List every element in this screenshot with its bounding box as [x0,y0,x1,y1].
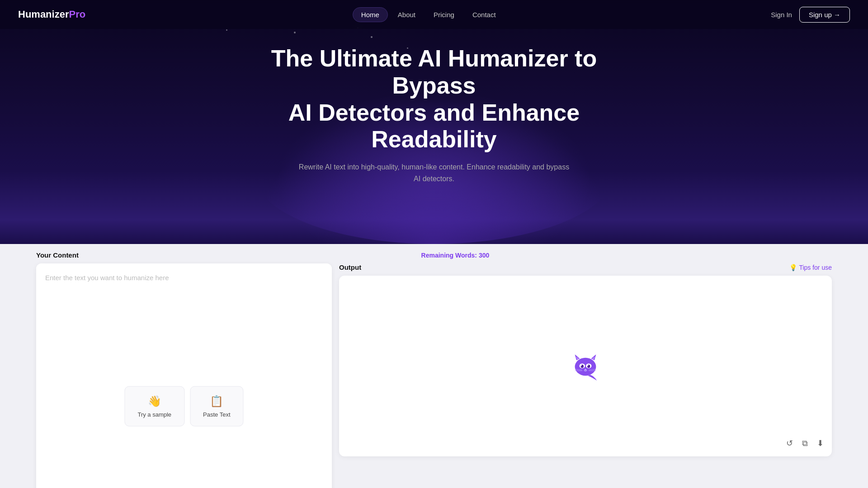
logo: HumanizerPro [18,9,85,20]
hero-title-line1: The Ultimate AI Humanizer to Bypass [271,45,597,99]
svg-point-9 [581,365,582,366]
logo-humanizer-text: Humanizer [18,9,69,20]
refresh-icon: ↺ [786,439,793,448]
editor-wrapper: Your Content Remaining Words: 300 👋 Try … [0,244,868,488]
sample-icon: 👋 [148,395,161,408]
nav-contact[interactable]: Contact [464,8,504,22]
sample-paste-buttons: 👋 Try a sample 📋 Paste Text [115,382,252,431]
nav-about[interactable]: About [390,8,424,22]
hero-title: The Ultimate AI Humanizer to Bypass AI D… [258,45,610,153]
sign-in-button[interactable]: Sign In [771,11,792,19]
content-input[interactable] [36,263,332,488]
svg-point-11 [585,369,587,371]
navbar: HumanizerPro Home About Pricing Contact … [0,0,868,29]
copy-icon: ⧉ [802,439,808,448]
svg-point-10 [587,365,588,366]
refresh-button[interactable]: ↺ [784,436,795,450]
output-panel: ↺ ⧉ ⬇ [339,276,832,456]
download-icon: ⬇ [817,439,824,448]
sign-up-label: Sign up → [809,11,840,19]
try-sample-button[interactable]: 👋 Try a sample [124,386,184,427]
paste-label: Paste Text [203,411,230,418]
hero-subtitle: Rewrite AI text into high-quality, human… [298,161,570,184]
nav-pricing[interactable]: Pricing [425,8,462,22]
nav-right: Sign In Sign up → [771,7,850,23]
tips-icon: 💡 [789,264,797,271]
tips-label: Tips for use [799,264,832,271]
paste-text-button[interactable]: 📋 Paste Text [190,386,243,427]
paste-icon: 📋 [210,395,223,408]
nav-links: Home About Pricing Contact [353,7,504,22]
copy-button[interactable]: ⧉ [800,437,810,450]
nav-home[interactable]: Home [353,7,388,22]
sample-label: Try a sample [137,411,171,418]
hero-title-line2: AI Detectors and Enhance Readability [288,99,580,153]
tips-link[interactable]: 💡 Tips for use [789,264,832,271]
hero-section: The Ultimate AI Humanizer to Bypass AI D… [0,0,868,244]
svg-point-0 [575,358,596,376]
output-actions: ↺ ⧉ ⬇ [784,436,826,450]
output-section-label: Output [339,263,361,271]
logo-pro-text: Pro [69,9,85,20]
download-button[interactable]: ⬇ [815,436,826,450]
editor-section: Your Content Remaining Words: 300 👋 Try … [0,244,868,488]
remaining-words-label: Remaining Words: 300 [421,252,490,259]
input-section-label: Your Content [36,251,79,259]
output-mascot [569,349,602,383]
sign-up-button[interactable]: Sign up → [799,7,850,23]
input-panel: 👋 Try a sample 📋 Paste Text Mode ✏️ Adva… [36,263,332,488]
